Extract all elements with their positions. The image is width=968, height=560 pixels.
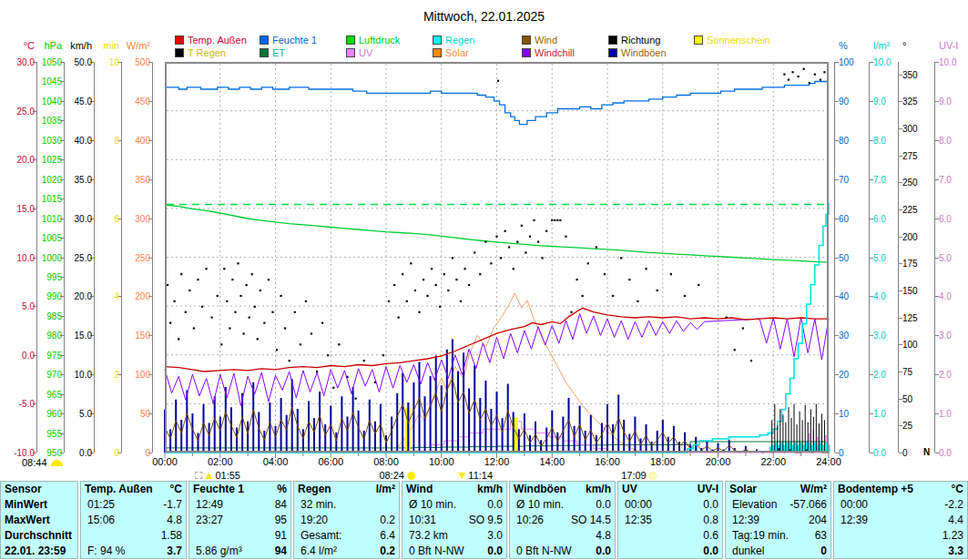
series-richtung — [537, 240, 539, 242]
legend-item-sonnenschein: Sonnenschein — [694, 35, 770, 46]
axis--tick-label: 250 — [902, 178, 918, 188]
series-richtung — [490, 262, 492, 264]
axis-uv-i-tick-label: 7.0 — [939, 175, 952, 185]
cell-label: F: 94 % — [85, 544, 125, 559]
axis--tick-label: 325 — [902, 97, 918, 107]
cell-value: 1.23 — [943, 528, 963, 544]
footer-time-label: 08:44 — [22, 457, 47, 468]
series-richtung — [495, 236, 497, 238]
cell-label: 00:00 — [622, 497, 652, 513]
series-richtung — [452, 257, 453, 259]
table-row: MaxWert — [5, 513, 74, 528]
axis-min-tick-label: 6 — [85, 214, 119, 224]
axis--tick-label: 300 — [902, 124, 918, 134]
table-header-row: SolarW/m² — [729, 482, 827, 497]
cell-label: Ø 10 min. — [514, 497, 564, 513]
axis-hpa-tick-label: 995 — [27, 272, 62, 282]
cell-label: 15:06 — [85, 513, 115, 528]
legend-swatch-wind — [522, 36, 531, 45]
table-row: 10:31SO 9.5 — [406, 513, 503, 528]
axis-l-m-tick-label: 0.0 — [873, 448, 886, 458]
table-row: 6.4 l/m²0.2 — [298, 544, 395, 559]
legend-label: T Regen — [188, 47, 226, 58]
series-richtung — [788, 78, 790, 80]
x-axis-label: 24:00 — [816, 456, 841, 467]
axis-min-title: min — [88, 40, 119, 51]
x-axis-label: 12:00 — [484, 456, 510, 467]
cell-value: -2.2 — [944, 497, 963, 513]
table-row: 5.86 g/m³94 — [193, 544, 287, 559]
table-row: Ø 10 min.0.0 — [514, 497, 611, 513]
series-richtung — [185, 311, 187, 313]
axis--tick-label: 75 — [902, 367, 912, 377]
series-richtung — [742, 327, 744, 329]
cell-value: 63 — [815, 528, 827, 544]
axis-uv-i-tick-label: 8.0 — [939, 136, 952, 146]
series-richtung — [587, 262, 589, 264]
series-richtung — [734, 349, 736, 351]
cell-label — [838, 544, 841, 559]
cell-value: 4.8 — [596, 528, 611, 544]
time-marker-label: 11:14 — [468, 470, 493, 481]
cell-label: 12:39 — [838, 513, 868, 528]
series-richtung — [321, 321, 323, 323]
axis--tick-label: 0 — [902, 448, 908, 458]
axis-uv-i-tick-label: 5.0 — [939, 253, 952, 263]
series-richtung — [237, 262, 239, 264]
legend-item-solar: Solar — [433, 47, 469, 58]
row-label: MinWert — [5, 497, 47, 513]
series-richtung — [294, 311, 296, 313]
column-unit: km/h — [586, 482, 611, 497]
table-row: 4.8 — [514, 528, 611, 544]
sensor-table: SensorMinWertMaxWertDurchschnitt22.01. 2… — [0, 481, 968, 559]
legend-item-temp-au-en: Temp. Außen — [175, 35, 247, 46]
axis-w-m-tick-label: 100 — [116, 370, 150, 380]
series-richtung — [226, 300, 228, 302]
series-richtung — [338, 343, 340, 345]
axis-w-m-line — [152, 62, 153, 453]
x-axis-label: 14:00 — [539, 456, 565, 467]
series-richtung — [197, 279, 199, 280]
axis-km-h-tick-label: 5.0 — [57, 409, 92, 419]
axis-l-m-tick-label: 6.0 — [873, 214, 886, 224]
table-header-row: Feuchte 1% — [193, 482, 287, 497]
axis--tick-label: 100 — [839, 57, 854, 67]
series-richtung — [670, 273, 672, 275]
series-richtung — [783, 74, 785, 76]
legend-item-luftdruck: Luftdruck — [346, 35, 400, 46]
table-row: MinWert — [5, 497, 74, 513]
legend-item-feuchte-1: Feuchte 1 — [260, 35, 317, 46]
axis-hpa-title: hPa — [31, 40, 62, 51]
axis-km-h-tick-label: 15.0 — [57, 331, 92, 341]
axis-w-m-tick-label: 300 — [116, 214, 150, 224]
axis-l-m-tick-label: 10.0 — [873, 57, 891, 67]
series-richtung — [229, 327, 230, 329]
axis-w-m-tick-label: 0 — [116, 448, 150, 458]
cell-label: 10:26 — [514, 513, 544, 528]
column-title: Temp. Außen — [85, 482, 153, 497]
column-unit: °C — [170, 482, 182, 497]
series-richtung — [443, 273, 445, 275]
series-richtung — [284, 327, 286, 329]
series-richtung — [180, 273, 182, 275]
cell-label: 12:35 — [622, 513, 652, 528]
column-unit: W/m² — [800, 482, 827, 497]
series-richtung — [504, 230, 506, 232]
cell-value: 0.0 — [596, 544, 611, 559]
plot-area — [165, 62, 829, 461]
cell-label: 01:25 — [85, 497, 115, 513]
series-richtung — [231, 279, 233, 280]
series-richtung — [823, 71, 825, 73]
series-richtung — [374, 382, 376, 383]
legend-item-richtung: Richtung — [608, 35, 660, 46]
axis-min-tick-label: 0 — [85, 448, 119, 458]
cell-value: 1.58 — [161, 528, 182, 544]
column-title: Wind — [406, 482, 433, 497]
legend-swatch-windchill — [522, 48, 531, 57]
row-label: MaxWert — [5, 513, 50, 528]
axis-uv-i-tick-label: 0.0 — [939, 448, 952, 458]
time-marker-11-14: 11:14 — [458, 470, 493, 481]
legend-item-uv: UV — [346, 47, 372, 58]
dashed-box-icon — [195, 472, 202, 479]
axis-hpa-tick-label: 1045 — [27, 76, 62, 87]
